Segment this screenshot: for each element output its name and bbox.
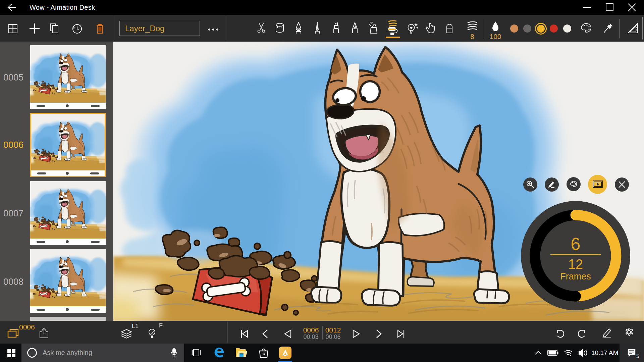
svg-text:12: 12 [568, 257, 583, 271]
svg-text:6: 6 [571, 234, 581, 254]
svg-text:Frames: Frames [560, 271, 591, 281]
